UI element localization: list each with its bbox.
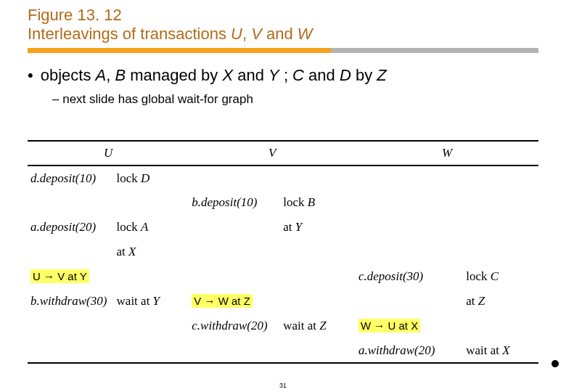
lock-obj: B [308,195,315,209]
bullet-and2: and [304,66,340,84]
title-and: and [262,25,298,43]
title-block: Figure 13. 12 Interleavings of transacti… [28,6,538,44]
bullet-mid: managed by [126,66,222,84]
cell: lock C [463,264,538,289]
wait-for-highlight: V → W at Z [192,294,253,308]
wait-text: wait at [466,343,502,357]
interleaving-table: U V W d.deposit(10) lock D b.deposit(10)… [28,140,538,364]
lock-obj: C [491,269,499,283]
at-text: at [283,220,295,234]
cell: c.deposit(30) [356,264,463,289]
header-u: U [28,141,189,166]
table-row: at X [28,240,538,264]
corner-dot-icon [551,360,559,367]
wait-obj: Z [319,319,326,332]
bullet-pre: objects [41,66,96,84]
title-u: U [231,25,242,43]
wait-text: wait at [283,319,319,332]
at-obj: Y [295,220,302,234]
at-text: at [466,294,478,308]
title-sep: , [242,25,251,43]
lock-obj: A [141,220,148,234]
table-header-row: U V W [28,141,538,166]
cell: W → U at X [356,314,463,338]
title-text: Interleavings of transactions [28,25,231,43]
bullet-sc: ; [279,66,292,84]
bullet-sub: – next slide has global wait-for graph [52,92,538,107]
title-rule [28,48,538,53]
cell: b.deposit(10) [189,190,280,215]
table-row: b.withdraw(30) wait at Y V → W at Z at Z [28,289,538,314]
bullet-z: Z [377,66,386,84]
lock-obj: D [141,171,149,185]
cell: c.withdraw(20) [189,314,280,338]
bullet-c1: , [106,66,115,84]
bullet-a: A [96,66,107,84]
bullet-by: by [351,66,377,84]
cell: wait at Z [280,314,356,338]
figure-title: Interleavings of transactions U, V and W [28,25,538,44]
lock-text: lock [466,269,491,283]
cell: lock A [114,215,189,240]
rule-gray [331,48,538,53]
cell: at Y [280,215,356,240]
cell: lock B [280,190,356,215]
bullet-c: C [292,66,304,84]
cell: a.withdraw(20) [356,338,463,363]
wait-for-highlight: W → U at X [358,319,420,332]
bullet-x: X [222,66,233,84]
wait-for-highlight: U → V at Y [30,269,89,283]
wait-obj: Y [153,294,160,308]
cell: V → W at Z [189,289,280,314]
lock-text: lock [283,195,308,209]
bullet-y: Y [268,66,279,84]
cell: wait at X [463,338,538,363]
cell: at X [114,240,189,264]
table-row: U → V at Y c.deposit(30) lock C [28,264,538,289]
title-v: V [251,25,262,43]
at-text: at [117,245,129,258]
title-w: W [298,25,313,43]
bullet-b: B [115,66,126,84]
cell: b.withdraw(30) [28,289,114,314]
table-row: a.deposit(20) lock A at Y [28,215,538,240]
figure-number: Figure 13. 12 [28,6,538,25]
lock-text: lock [117,220,142,234]
table-row: a.withdraw(20) wait at X [28,338,538,363]
header-w: W [356,141,538,166]
lock-text: lock [117,171,142,185]
table-row: c.withdraw(20) wait at Z W → U at X [28,314,538,338]
rule-orange [28,48,331,53]
header-v: V [189,141,356,166]
bullet-and1: and [233,66,268,84]
cell: lock D [114,166,189,190]
table-row: d.deposit(10) lock D [28,166,538,190]
cell: at Z [463,289,538,314]
cell: d.deposit(10) [28,166,114,190]
bullet-main: • objects A, B managed by X and Y ; C an… [28,66,538,85]
at-obj: Z [478,294,485,308]
cell: U → V at Y [28,264,114,289]
page-number: 31 [279,382,287,389]
table-row: b.deposit(10) lock B [28,190,538,215]
wait-obj: X [502,343,509,357]
bullet-dot-icon: • [28,68,33,83]
cell: a.deposit(20) [28,215,114,240]
bullet-d: D [340,66,351,84]
cell: wait at Y [114,289,189,314]
wait-text: wait at [117,294,153,308]
at-obj: X [128,245,136,258]
